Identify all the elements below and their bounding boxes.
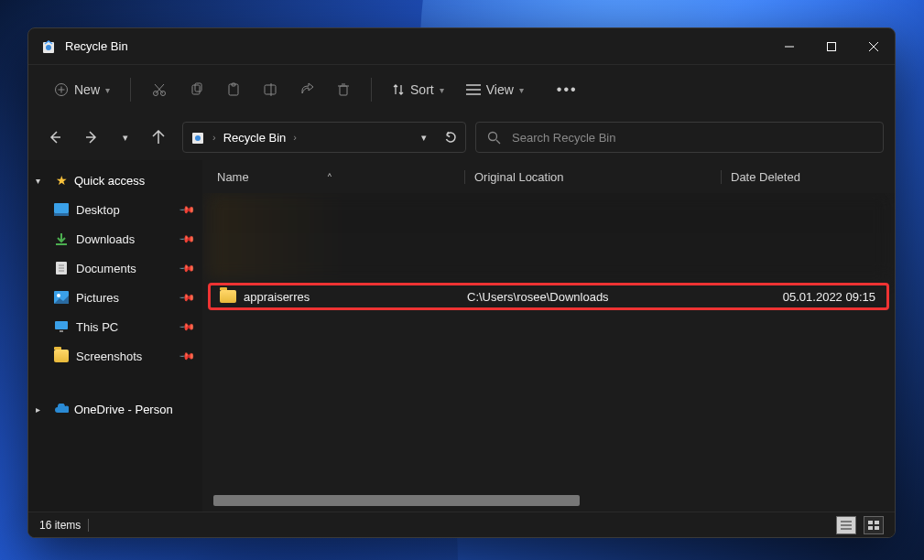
search-icon: [487, 131, 501, 145]
sidebar-item-desktop[interactable]: Desktop 📌: [28, 195, 202, 224]
refresh-button[interactable]: [443, 130, 458, 145]
star-icon: ★: [54, 173, 69, 188]
rename-icon: [263, 82, 277, 97]
details-view-button[interactable]: [836, 516, 856, 534]
separator: [130, 78, 131, 102]
chevron-down-icon: ▾: [36, 176, 49, 186]
svg-point-37: [57, 294, 60, 297]
svg-rect-46: [875, 526, 879, 530]
trash-icon: [336, 82, 351, 97]
table-row[interactable]: appraiserres C:\Users\rosee\Downloads 05…: [208, 283, 889, 310]
address-bar[interactable]: › Recycle Bin › ▾: [182, 122, 466, 153]
sidebar-item-this-pc[interactable]: This PC 📌: [28, 312, 202, 341]
search-input[interactable]: [512, 131, 872, 145]
new-label: New: [74, 82, 100, 97]
pin-icon: 📌: [178, 200, 195, 218]
col-original-location[interactable]: Original Location: [464, 170, 721, 184]
close-button[interactable]: [853, 28, 895, 65]
pin-icon: 📌: [178, 230, 195, 247]
thumbnails-view-button[interactable]: [864, 516, 884, 534]
paste-icon: [226, 82, 241, 97]
svg-rect-29: [54, 203, 69, 213]
pin-icon: 📌: [178, 347, 195, 364]
sidebar-item-pictures[interactable]: Pictures 📌: [28, 283, 202, 312]
sort-icon: [392, 83, 405, 96]
svg-point-1: [46, 45, 51, 50]
sidebar-item-downloads[interactable]: Downloads 📌: [28, 224, 202, 253]
chevron-down-icon[interactable]: ▾: [421, 132, 427, 144]
view-button[interactable]: View ▾: [457, 73, 533, 106]
sidebar-group-label: Quick access: [74, 174, 145, 188]
arrow-left-icon: [47, 130, 61, 145]
separator: [88, 519, 89, 532]
delete-button[interactable]: [327, 73, 360, 106]
svg-rect-13: [192, 85, 200, 94]
horizontal-scrollbar[interactable]: [213, 495, 836, 506]
recycle-bin-icon: [190, 130, 205, 145]
svg-rect-14: [195, 83, 201, 92]
svg-line-11: [156, 84, 164, 93]
sidebar-item-label: This PC: [76, 320, 118, 334]
explorer-window: Recycle Bin New ▾: [27, 27, 896, 538]
file-date: 05.01.2022 09:15: [733, 290, 886, 304]
chevron-down-icon: ▾: [519, 85, 524, 95]
sidebar-item-documents[interactable]: Documents 📌: [28, 253, 202, 283]
svg-rect-3: [828, 42, 836, 50]
window-title: Recycle Bin: [65, 39, 768, 53]
statusbar: 16 items: [28, 512, 895, 537]
rename-button[interactable]: [254, 73, 287, 106]
sidebar-item-label: Desktop: [76, 203, 120, 217]
folder-icon: [54, 349, 69, 363]
col-label: Original Location: [474, 170, 564, 184]
svg-line-12: [155, 84, 163, 93]
col-date-deleted[interactable]: Date Deleted: [721, 170, 895, 184]
col-name[interactable]: Name ^: [217, 170, 464, 184]
paste-button[interactable]: [217, 73, 250, 106]
pictures-icon: [54, 290, 69, 305]
sidebar-item-label: Downloads: [76, 232, 135, 246]
cut-button[interactable]: [142, 73, 177, 106]
chevron-right-icon: ›: [212, 132, 216, 143]
grid-icon: [868, 521, 879, 530]
blurred-rows: [208, 193, 889, 279]
arrow-up-icon: [151, 130, 166, 145]
monitor-icon: [54, 319, 69, 334]
up-button[interactable]: [144, 123, 173, 152]
search-box[interactable]: [475, 122, 884, 153]
file-name: appraiserres: [244, 290, 310, 304]
pin-icon: 📌: [178, 259, 195, 276]
breadcrumb[interactable]: Recycle Bin: [223, 131, 287, 145]
pin-icon: 📌: [178, 318, 195, 335]
desktop-icon: [54, 202, 69, 217]
sort-button[interactable]: Sort ▾: [383, 73, 453, 106]
toolbar: New ▾ Sort ▾ View ▾: [28, 65, 895, 114]
chevron-right-icon: ▸: [36, 404, 49, 415]
new-button[interactable]: New ▾: [45, 73, 119, 106]
col-label: Name: [217, 170, 249, 184]
sidebar: ▾ ★ Quick access Desktop 📌 Downloads 📌: [28, 160, 202, 512]
sidebar-group-onedrive[interactable]: ▸ OneDrive - Person: [28, 394, 202, 424]
scrollbar-thumb[interactable]: [213, 495, 580, 506]
cut-icon: [151, 81, 168, 98]
separator: [371, 78, 372, 102]
recent-button[interactable]: ▾: [116, 123, 135, 152]
forward-button[interactable]: [78, 123, 107, 152]
minimize-button[interactable]: [768, 28, 810, 65]
more-button[interactable]: •••: [548, 73, 587, 106]
chevron-down-icon: ▾: [123, 132, 128, 144]
sort-asc-icon: ^: [328, 172, 332, 181]
sidebar-item-screenshots[interactable]: Screenshots 📌: [28, 341, 202, 371]
svg-rect-45: [868, 526, 873, 530]
chevron-right-icon: ›: [293, 132, 297, 143]
chevron-down-icon: ▾: [440, 85, 444, 95]
sidebar-group-quick-access[interactable]: ▾ ★ Quick access: [28, 166, 202, 195]
svg-line-28: [496, 140, 500, 144]
copy-button[interactable]: [180, 73, 213, 106]
sidebar-item-label: Screenshots: [76, 350, 142, 363]
back-button[interactable]: [39, 123, 69, 152]
maximize-button[interactable]: [810, 28, 853, 65]
refresh-icon: [443, 130, 458, 145]
titlebar: Recycle Bin: [28, 28, 895, 65]
svg-rect-44: [875, 521, 879, 524]
share-button[interactable]: [290, 73, 323, 106]
